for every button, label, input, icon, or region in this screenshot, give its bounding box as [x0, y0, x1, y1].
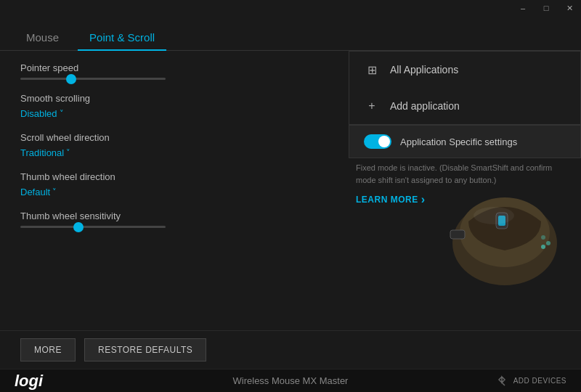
plus-icon: + — [364, 98, 380, 114]
scroll-wheel-dir-label: Scroll wheel direction — [20, 132, 321, 143]
smooth-scrolling-group: Smooth scrolling Disabled — [20, 93, 321, 119]
pointer-speed-thumb[interactable] — [66, 74, 76, 84]
tab-point-scroll[interactable]: Point & Scroll — [78, 25, 166, 51]
maximize-button[interactable]: □ — [535, 0, 558, 16]
scroll-wheel-dir-value[interactable]: Traditional — [20, 147, 70, 158]
scroll-wheel-dir-group: Scroll wheel direction Traditional — [20, 132, 321, 158]
svg-point-6 — [546, 241, 550, 245]
thumb-wheel-dir-value[interactable]: Default — [20, 187, 57, 197]
restore-defaults-button[interactable]: RESTORE DEFAULTS — [84, 338, 206, 362]
mouse-svg — [436, 178, 574, 294]
pointer-speed-group: Pointer speed — [20, 62, 321, 80]
smooth-scrolling-value[interactable]: Disabled — [20, 108, 64, 119]
bottom-bar: MORE RESTORE DEFAULTS — [0, 330, 581, 369]
all-applications-label: All Applications — [390, 64, 458, 75]
svg-rect-4 — [450, 230, 465, 239]
thumb-wheel-dir-label: Thumb wheel direction — [20, 171, 321, 182]
add-devices-button[interactable]: ADD DEVICES — [513, 377, 566, 385]
toggle-knob — [378, 136, 390, 147]
more-button[interactable]: MORE — [20, 338, 76, 362]
tabs-bar: Mouse Point & Scroll — [0, 0, 581, 51]
app-specific-row: Application Specific settings — [349, 125, 580, 158]
thumb-wheel-sensitivity-track[interactable] — [20, 226, 166, 228]
logi-logo: logi — [15, 372, 43, 391]
mouse-image — [436, 178, 574, 294]
all-applications-item[interactable]: ⊞ All Applications — [349, 52, 580, 88]
bluetooth-icon — [496, 375, 508, 387]
minimize-button[interactable]: – — [511, 0, 535, 16]
svg-point-5 — [541, 245, 545, 249]
thumb-wheel-sensitivity-thumb[interactable] — [73, 222, 84, 232]
svg-point-7 — [541, 235, 545, 240]
close-button[interactable]: ✕ — [558, 0, 581, 16]
learn-more-link[interactable]: LEARN MORE — [356, 193, 426, 206]
svg-point-8 — [474, 207, 514, 224]
app-specific-label: Application Specific settings — [400, 136, 517, 147]
app-specific-toggle[interactable] — [364, 134, 391, 149]
add-application-label: Add application — [390, 100, 460, 112]
pointer-speed-slider-container — [20, 78, 321, 80]
thumb-wheel-sensitivity-slider-container — [20, 226, 321, 228]
app-dropdown: ⊞ All Applications + Add application App… — [349, 51, 581, 158]
left-panel: Pointer speed Smooth scrolling Disabled … — [0, 51, 341, 330]
grid-icon: ⊞ — [364, 62, 380, 78]
content-area: Pointer speed Smooth scrolling Disabled … — [0, 51, 581, 330]
smooth-scrolling-label: Smooth scrolling — [20, 93, 321, 104]
pointer-speed-track[interactable] — [20, 78, 166, 80]
pointer-speed-label: Pointer speed — [20, 62, 321, 73]
titlebar: – □ ✕ — [511, 0, 581, 16]
app-container: – □ ✕ Mouse Point & Scroll Pointer speed… — [0, 0, 581, 392]
footer: logi Wireless Mouse MX Master ADD DEVICE… — [0, 369, 581, 392]
tab-mouse[interactable]: Mouse — [15, 25, 70, 51]
thumb-wheel-sensitivity-group: Thumb wheel sensitivity — [20, 211, 321, 228]
footer-right: ADD DEVICES — [496, 375, 566, 387]
device-name: Wireless Mouse MX Master — [233, 375, 349, 386]
thumb-wheel-dir-group: Thumb wheel direction Default — [20, 171, 321, 197]
add-application-item[interactable]: + Add application — [349, 88, 580, 124]
thumb-wheel-sensitivity-label: Thumb wheel sensitivity — [20, 211, 321, 221]
